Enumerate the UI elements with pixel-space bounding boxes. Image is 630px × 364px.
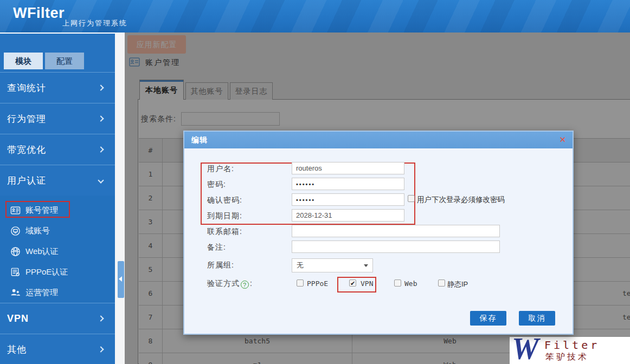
chevron-right-icon (98, 115, 104, 121)
sidebar-item-label: 查询统计 (7, 82, 46, 94)
sidebar-item-label: 带宽优化 (7, 144, 46, 156)
sidebar-item-label: 域账号 (25, 226, 50, 236)
top-header: WFilter 上网行为管理系统 (0, 0, 630, 32)
chevron-right-icon (98, 84, 104, 90)
auth-vpn-checkbox[interactable]: ✔ (349, 280, 356, 287)
logo-subtitle: 上网行为管理系统 (62, 18, 127, 28)
confirm-password-field[interactable] (292, 193, 404, 206)
sidebar-item-label: 其他 (7, 343, 27, 356)
group-selected-value: 无 (297, 261, 304, 269)
auth-web-label: Web (404, 280, 417, 288)
expire-date-field[interactable] (292, 209, 404, 222)
sidebar-tab-config[interactable]: 配置 (45, 53, 84, 69)
sidebar-tab-bar: 模块 配置 (4, 53, 84, 69)
sidebar-item-label: 运营管理 (25, 288, 58, 298)
remark-label: 备注: (207, 243, 226, 252)
watermark-w-logo: W (512, 332, 539, 364)
expire-date-label: 到期日期: (207, 211, 242, 221)
auth-web-checkbox[interactable] (394, 280, 401, 287)
sidebar: 模块 配置 查询统计 行为管理 带宽优化 用户认证 (0, 32, 115, 364)
sidebar-item-label: Web认证 (25, 246, 59, 257)
sidebar-item-behavior-mgmt[interactable]: 行为管理 (0, 103, 115, 134)
chevron-right-icon (98, 346, 104, 352)
save-button[interactable]: 保存 (470, 311, 506, 326)
sidebar-sections: 查询统计 行为管理 带宽优化 用户认证 (0, 72, 115, 364)
chevron-right-icon (98, 315, 104, 321)
chevron-down-icon (98, 177, 104, 183)
auth-method-colon: : (250, 279, 253, 288)
cancel-button[interactable]: 取消 (519, 311, 555, 326)
sidebar-item-label: 行为管理 (7, 113, 46, 125)
edit-account-dialog: 编辑 ✕ 用户名: 密码: 确认密码: 用户下次登录必须修改密码 到期日期: 联… (183, 131, 574, 335)
auth-pppoe-label: PPPoE (307, 280, 328, 288)
collapse-arrow-icon (119, 276, 122, 282)
sidebar-item-account-mgmt[interactable]: 账号管理 (0, 200, 115, 220)
auth-static-ip-label: 静态IP (447, 280, 468, 289)
password-label: 密码: (207, 180, 226, 190)
auth-method-label: 验证方式?: (207, 279, 253, 289)
close-icon[interactable]: ✕ (559, 135, 566, 144)
help-icon[interactable]: ? (241, 281, 249, 289)
sidebar-item-pppoe-auth[interactable]: PPPoE认证 (0, 262, 115, 282)
domain-account-icon (10, 226, 21, 236)
wfilter-app: WFilter 上网行为管理系统 模块 配置 查询统计 行为管理 带宽优化 用户… (0, 0, 630, 364)
dropdown-arrow-icon (364, 264, 368, 267)
password-field[interactable] (292, 178, 404, 190)
users-icon (10, 288, 21, 298)
sidebar-gutter (115, 32, 125, 364)
wfilter-logo: WFilter (13, 5, 65, 22)
watermark-company: 笨驴技术 (545, 352, 589, 363)
group-select[interactable]: 无 (292, 258, 373, 272)
wfilter-watermark: W Filter 笨驴技术 (510, 337, 630, 364)
email-field[interactable] (292, 225, 500, 237)
sidebar-collapse-handle[interactable] (118, 261, 124, 298)
chevron-right-icon (98, 146, 104, 152)
must-change-password-checkbox[interactable] (408, 195, 415, 202)
sidebar-item-label: 用户认证 (7, 174, 46, 187)
auth-method-text: 验证方式 (207, 279, 240, 288)
id-card-icon (10, 205, 21, 216)
group-label: 所属组: (207, 261, 234, 270)
email-label: 联系邮箱: (207, 227, 242, 237)
sidebar-item-operations[interactable]: 运营管理 (0, 282, 115, 303)
confirm-password-label: 确认密码: (207, 196, 242, 205)
sidebar-item-vpn[interactable]: VPN (0, 303, 115, 334)
sidebar-tab-modules[interactable]: 模块 (4, 53, 43, 69)
sidebar-item-label: VPN (7, 313, 29, 324)
auth-static-ip-checkbox[interactable] (438, 280, 445, 287)
sidebar-item-user-auth[interactable]: 用户认证 (0, 165, 115, 196)
sidebar-item-bandwidth[interactable]: 带宽优化 (0, 134, 115, 165)
watermark-name: Filter (544, 339, 600, 352)
sidebar-item-label: 账号管理 (25, 205, 58, 216)
sidebar-item-other[interactable]: 其他 (0, 334, 115, 364)
dialog-header: 编辑 ✕ (184, 132, 573, 148)
sidebar-item-web-auth[interactable]: Web认证 (0, 241, 115, 262)
document-check-icon (10, 267, 21, 277)
dialog-title: 编辑 (191, 132, 208, 148)
remark-field[interactable] (292, 240, 500, 253)
globe-icon (10, 246, 21, 257)
username-label: 用户名: (207, 164, 234, 174)
sidebar-item-query-stats[interactable]: 查询统计 (0, 72, 115, 103)
sidebar-item-domain-account[interactable]: 域账号 (0, 220, 115, 241)
sidebar-item-label: PPPoE认证 (25, 267, 68, 277)
must-change-password-label: 用户下次登录必须修改密码 (417, 195, 505, 205)
username-field[interactable] (292, 162, 404, 174)
user-auth-submenu: 账号管理 域账号 (0, 196, 115, 303)
auth-vpn-label: VPN (361, 280, 373, 288)
auth-pppoe-checkbox[interactable] (297, 280, 304, 287)
